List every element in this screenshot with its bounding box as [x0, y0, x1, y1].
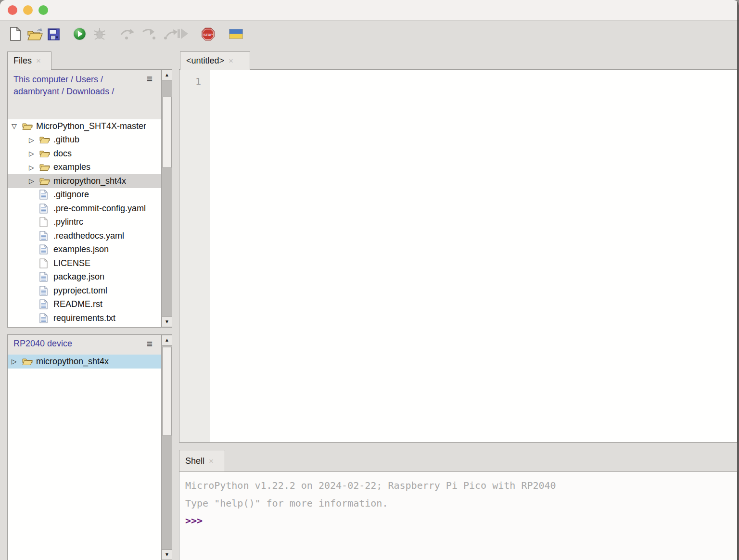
tree-item[interactable]: .pylintrc	[8, 216, 162, 229]
device-panel-title: RP2040 device	[13, 339, 72, 348]
tree-item[interactable]: examples.json	[8, 243, 162, 257]
ukraine-flag-icon	[229, 29, 243, 39]
collapse-icon[interactable]: ▽	[11, 122, 22, 130]
expand-icon[interactable]: ▷	[28, 177, 39, 185]
tree-item[interactable]: ▷.github	[8, 133, 162, 147]
close-icon[interactable]: ×	[229, 57, 233, 65]
expand-icon[interactable]: ▷	[28, 136, 39, 144]
files-panel: This computer / Users / adambryant / Dow…	[7, 69, 172, 328]
tab-shell[interactable]: Shell ×	[179, 450, 225, 471]
editor-tab-label: <untitled>	[186, 56, 224, 66]
device-scrollbar[interactable]: ▲ ▼	[161, 335, 172, 560]
tree-item[interactable]: ▷docs	[8, 147, 162, 161]
step-out-button[interactable]	[163, 28, 178, 41]
file-icon	[39, 258, 50, 268]
support-ukraine-button[interactable]	[229, 29, 243, 40]
location-segment-link[interactable]: Users	[76, 75, 98, 84]
save-floppy-icon	[47, 28, 60, 41]
window-right-edge	[737, 0, 739, 560]
step-over-icon	[120, 28, 135, 39]
file-icon	[39, 190, 50, 200]
scroll-down-icon[interactable]: ▼	[162, 549, 172, 560]
tree-item-label: requirements.txt	[53, 313, 115, 323]
svg-text:STOP: STOP	[204, 33, 213, 37]
location-segment-link[interactable]: Downloads	[66, 87, 109, 96]
expand-icon[interactable]: ▷	[28, 164, 39, 171]
thonny-window: STOP Files × This computer / Users / ada…	[0, 0, 739, 560]
device-panel-header: RP2040 device ≡	[8, 335, 172, 355]
tree-item-label: .pylintrc	[53, 217, 83, 227]
run-script-button[interactable]	[73, 27, 87, 42]
zoom-window-button[interactable]	[38, 5, 48, 15]
tree-item-label: examples.json	[53, 244, 109, 255]
save-file-button[interactable]	[47, 28, 60, 42]
stop-restart-button[interactable]: STOP	[201, 27, 215, 43]
close-icon[interactable]: ×	[36, 57, 41, 65]
tree-item[interactable]: LICENSE	[8, 256, 162, 270]
step-out-icon	[163, 28, 178, 39]
file-icon	[39, 299, 50, 309]
files-menu-icon[interactable]: ≡	[147, 74, 153, 84]
expand-icon[interactable]: ▷	[11, 357, 22, 365]
line-number: 1	[179, 70, 210, 87]
device-tree: ▷micropython_sht4x	[8, 355, 162, 369]
folder-icon	[22, 122, 33, 130]
close-icon[interactable]: ×	[209, 457, 214, 465]
tree-item-label: README.rst	[53, 299, 102, 309]
code-editor[interactable]: 1	[179, 69, 738, 443]
file-icon	[39, 286, 50, 296]
open-file-button[interactable]	[27, 28, 43, 43]
files-scrollbar-thumb[interactable]	[162, 97, 172, 168]
location-segment-link[interactable]: adambryant	[13, 87, 59, 96]
step-into-button[interactable]	[141, 28, 156, 41]
tree-item-label: micropython_sht4x	[36, 356, 109, 367]
resume-button[interactable]	[176, 27, 189, 41]
tree-item-label: .gitignore	[53, 190, 89, 200]
device-scrollbar-thumb[interactable]	[162, 347, 172, 436]
tree-item-label: .readthedocs.yaml	[53, 231, 124, 241]
files-location-breadcrumb[interactable]: This computer / Users / adambryant / Dow…	[13, 74, 134, 98]
scroll-up-icon[interactable]: ▲	[162, 335, 172, 345]
close-window-button[interactable]	[8, 5, 17, 15]
file-icon	[39, 272, 50, 282]
device-menu-icon[interactable]: ≡	[147, 339, 153, 349]
scroll-up-icon[interactable]: ▲	[162, 70, 172, 80]
stop-sign-icon: STOP	[201, 27, 215, 41]
debug-script-button[interactable]	[93, 27, 106, 43]
tree-item[interactable]: package.json	[8, 270, 162, 284]
scroll-down-icon[interactable]: ▼	[162, 317, 172, 327]
tree-item[interactable]: ▷micropython_sht4x	[8, 174, 162, 188]
minimize-window-button[interactable]	[23, 5, 33, 15]
folder-icon	[39, 136, 50, 144]
tab-files-label: Files	[13, 56, 32, 66]
open-folder-icon	[27, 28, 43, 41]
tree-item[interactable]: .readthedocs.yaml	[8, 229, 162, 243]
tab-files[interactable]: Files ×	[7, 51, 51, 70]
titlebar	[0, 0, 739, 21]
folder-icon	[39, 163, 50, 171]
tree-item-label: MicroPython_SHT4X-master	[36, 121, 146, 131]
tree-item[interactable]: pyproject.toml	[8, 284, 162, 298]
tree-item[interactable]: README.rst	[8, 298, 162, 312]
files-scrollbar[interactable]: ▲ ▼	[161, 70, 172, 327]
tab-editor-untitled[interactable]: <untitled> ×	[180, 51, 250, 70]
tree-item[interactable]: requirements.txt	[8, 311, 162, 325]
file-icon	[39, 313, 50, 323]
tree-item[interactable]: ▷examples	[8, 161, 162, 175]
shell-tab-label: Shell	[185, 456, 204, 466]
tree-item[interactable]: ▷micropython_sht4x	[8, 355, 162, 369]
tree-item[interactable]: .gitignore	[8, 188, 162, 202]
folder-icon	[39, 150, 50, 158]
file-icon	[39, 217, 50, 227]
tree-item-label: examples	[53, 162, 90, 172]
location-root-link[interactable]: This computer	[13, 75, 68, 84]
expand-icon[interactable]: ▷	[28, 150, 39, 157]
file-icon	[39, 231, 50, 241]
tree-item[interactable]: ▽MicroPython_SHT4X-master	[8, 119, 162, 133]
file-icon	[39, 204, 50, 214]
new-file-button[interactable]	[10, 27, 21, 43]
step-over-button[interactable]	[120, 28, 135, 41]
new-file-icon	[10, 27, 21, 41]
shell-output[interactable]: MicroPython v1.22.2 on 2024-02-22; Raspb…	[179, 471, 738, 560]
tree-item[interactable]: .pre-commit-config.yaml	[8, 202, 162, 216]
